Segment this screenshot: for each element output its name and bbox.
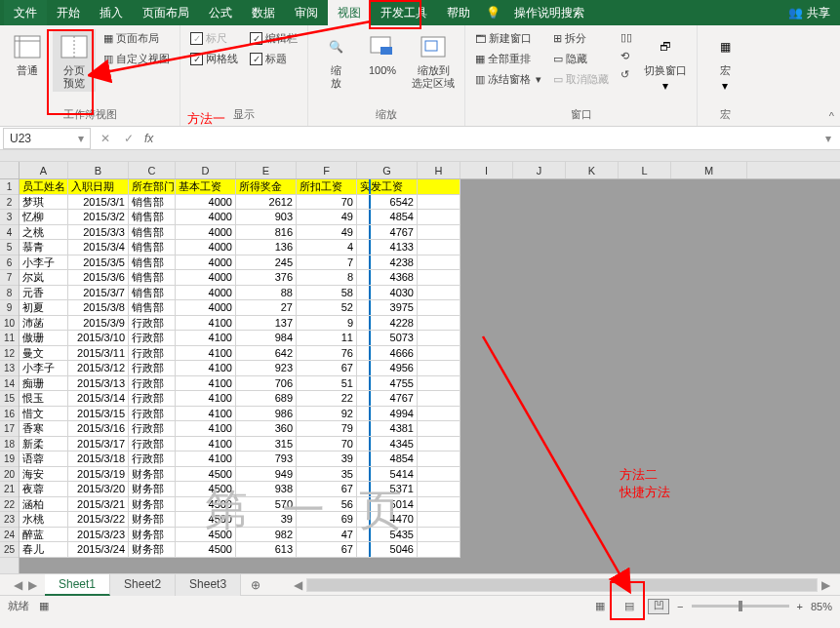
table-cell[interactable]: 984: [236, 331, 297, 345]
headings-checkbox[interactable]: ✓标题: [246, 50, 301, 68]
table-cell[interactable]: 793: [236, 451, 297, 466]
table-cell[interactable]: 4767: [357, 391, 418, 406]
row-header[interactable]: 25: [0, 542, 19, 558]
table-cell[interactable]: 4100: [176, 407, 236, 421]
table-header-cell[interactable]: 员工姓名: [20, 179, 68, 194]
empty-cell[interactable]: [418, 376, 460, 391]
table-cell[interactable]: 2015/3/12: [68, 361, 129, 375]
ruler-checkbox[interactable]: ✓标尺: [186, 29, 242, 48]
table-cell[interactable]: 903: [236, 210, 297, 224]
table-header-cell[interactable]: 入职日期: [68, 179, 129, 194]
sync-icon-row[interactable]: ⟲: [617, 48, 636, 64]
scroll-right-icon[interactable]: ▶: [818, 578, 834, 592]
table-cell[interactable]: 2015/3/2: [68, 210, 129, 224]
zoom-slider-thumb[interactable]: [739, 601, 742, 611]
table-cell[interactable]: 小李子: [20, 255, 68, 270]
row-header[interactable]: 21: [0, 482, 19, 497]
column-header[interactable]: J: [513, 162, 566, 178]
table-cell[interactable]: 376: [236, 270, 297, 285]
table-cell[interactable]: 69: [297, 512, 357, 527]
table-cell[interactable]: 22: [297, 391, 357, 406]
table-cell[interactable]: 4500: [176, 482, 236, 496]
table-cell[interactable]: 销售部: [129, 270, 176, 285]
table-cell[interactable]: 39: [236, 512, 297, 527]
table-cell[interactable]: 财务部: [129, 528, 176, 542]
row-header[interactable]: 1: [0, 179, 19, 195]
row-header[interactable]: 23: [0, 512, 19, 528]
empty-cell[interactable]: [418, 240, 460, 255]
table-cell[interactable]: 财务部: [129, 482, 176, 496]
table-cell[interactable]: 2015/3/11: [68, 346, 129, 361]
table-cell[interactable]: 6542: [357, 195, 418, 210]
table-cell[interactable]: 惜文: [20, 407, 68, 421]
table-header-cell[interactable]: 所扣工资: [297, 179, 357, 194]
table-cell[interactable]: 2015/3/19: [68, 467, 129, 482]
empty-cell[interactable]: [418, 286, 460, 300]
table-cell[interactable]: 27: [236, 300, 297, 315]
table-cell[interactable]: 4000: [176, 286, 236, 300]
column-header[interactable]: M: [671, 162, 747, 178]
table-header-cell[interactable]: 所在部门: [129, 179, 176, 194]
table-cell[interactable]: 137: [236, 316, 297, 331]
table-cell[interactable]: 4500: [176, 512, 236, 527]
table-cell[interactable]: 3975: [357, 300, 418, 315]
tab-help[interactable]: 帮助: [437, 0, 480, 25]
row-header[interactable]: 7: [0, 270, 19, 286]
table-header-cell[interactable]: 实发工资: [357, 179, 418, 194]
table-cell[interactable]: 语蓉: [20, 451, 68, 466]
table-cell[interactable]: 4666: [357, 346, 418, 361]
table-cell[interactable]: 小李子: [20, 361, 68, 375]
empty-cell[interactable]: [418, 195, 460, 210]
table-cell[interactable]: 4854: [357, 451, 418, 466]
sheet-tab[interactable]: Sheet2: [110, 574, 176, 596]
tab-review[interactable]: 审阅: [285, 0, 328, 25]
file-tab[interactable]: 文件: [4, 0, 47, 25]
table-cell[interactable]: 财务部: [129, 497, 176, 512]
table-cell[interactable]: 行政部: [129, 407, 176, 421]
sheet-tab[interactable]: Sheet1: [45, 574, 110, 596]
row-header[interactable]: 11: [0, 331, 19, 346]
table-cell[interactable]: 49: [297, 225, 357, 240]
empty-cell[interactable]: [418, 210, 460, 224]
table-cell[interactable]: 销售部: [129, 300, 176, 315]
share-button[interactable]: 👥 共享: [779, 1, 840, 25]
table-cell[interactable]: 2015/3/15: [68, 407, 129, 421]
table-cell[interactable]: 4500: [176, 467, 236, 482]
table-cell[interactable]: 4: [297, 240, 357, 255]
table-cell[interactable]: 初夏: [20, 300, 68, 315]
empty-cell[interactable]: [418, 437, 460, 451]
pagelayout-button[interactable]: ▦ 页面布局: [100, 29, 174, 48]
table-cell[interactable]: 67: [297, 542, 357, 557]
table-cell[interactable]: 4030: [357, 286, 418, 300]
column-header[interactable]: D: [176, 162, 236, 178]
empty-cell[interactable]: [418, 467, 460, 482]
row-header[interactable]: 10: [0, 316, 19, 332]
empty-cell[interactable]: [418, 270, 460, 285]
table-cell[interactable]: 5014: [357, 497, 418, 512]
confirm-formula-button[interactable]: ✓: [117, 132, 140, 145]
table-cell[interactable]: 2612: [236, 195, 297, 210]
table-cell[interactable]: 春儿: [20, 542, 68, 557]
table-cell[interactable]: 4100: [176, 437, 236, 451]
table-cell[interactable]: 982: [236, 528, 297, 542]
table-cell[interactable]: 8: [297, 270, 357, 285]
table-cell[interactable]: 4100: [176, 421, 236, 436]
column-header[interactable]: C: [129, 162, 176, 178]
table-cell[interactable]: 傲珊: [20, 331, 68, 345]
table-cell[interactable]: 4228: [357, 316, 418, 331]
zoom-out-button[interactable]: −: [677, 601, 683, 612]
row-header[interactable]: 20: [0, 467, 19, 483]
column-header[interactable]: A: [20, 162, 68, 178]
table-cell[interactable]: 816: [236, 225, 297, 240]
table-cell[interactable]: 949: [236, 467, 297, 482]
column-header[interactable]: H: [418, 162, 460, 178]
table-cell[interactable]: 行政部: [129, 437, 176, 451]
row-header[interactable]: 24: [0, 528, 19, 543]
nav-next-icon[interactable]: ▶: [28, 578, 37, 592]
table-cell[interactable]: 2015/3/7: [68, 286, 129, 300]
tab-developer[interactable]: 开发工具: [371, 0, 437, 25]
table-cell[interactable]: 5046: [357, 542, 418, 557]
formula-input[interactable]: [157, 128, 817, 149]
table-cell[interactable]: 2015/3/14: [68, 391, 129, 406]
row-header[interactable]: 3: [0, 210, 19, 225]
